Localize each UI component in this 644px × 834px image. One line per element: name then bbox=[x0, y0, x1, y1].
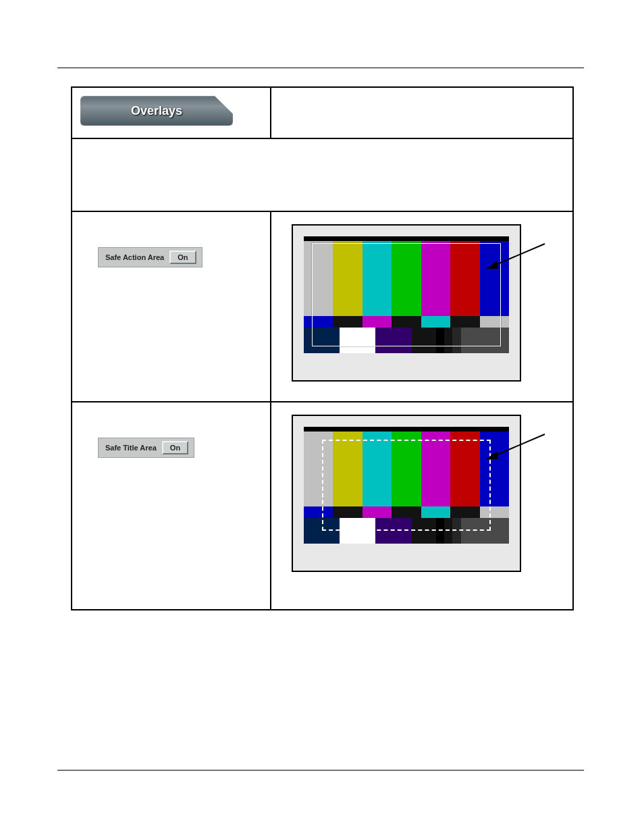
safe-title-toggle: Safe Title Area On bbox=[98, 438, 194, 458]
header-row: Overlays bbox=[72, 88, 572, 138]
safe-action-preview bbox=[292, 224, 521, 382]
description-cell bbox=[72, 139, 572, 211]
safe-action-label: Safe Action Area bbox=[105, 253, 164, 261]
top-divider bbox=[57, 68, 584, 68]
overlays-tab[interactable]: Overlays bbox=[80, 96, 233, 126]
overlays-table: Overlays Safe Action Area On bbox=[71, 86, 574, 610]
overlays-tab-label: Overlays bbox=[131, 104, 182, 118]
header-cell-right bbox=[271, 88, 572, 138]
safe-action-cell-right bbox=[271, 212, 572, 401]
safe-title-cell-left: Safe Title Area On bbox=[72, 402, 271, 609]
header-cell-left: Overlays bbox=[72, 88, 271, 138]
color-bars bbox=[304, 236, 509, 353]
safe-title-button[interactable]: On bbox=[162, 441, 188, 454]
safe-action-button[interactable]: On bbox=[169, 251, 196, 264]
safe-action-toggle: Safe Action Area On bbox=[98, 247, 203, 267]
description-row bbox=[72, 138, 572, 211]
safe-title-label: Safe Title Area bbox=[105, 444, 157, 452]
bottom-divider bbox=[57, 770, 584, 771]
safe-title-preview bbox=[292, 415, 521, 572]
safe-title-cell-right bbox=[271, 402, 572, 609]
safe-title-row: Safe Title Area On bbox=[72, 401, 572, 609]
color-bars bbox=[304, 427, 509, 544]
safe-action-row: Safe Action Area On bbox=[72, 211, 572, 401]
safe-action-cell-left: Safe Action Area On bbox=[72, 212, 271, 401]
